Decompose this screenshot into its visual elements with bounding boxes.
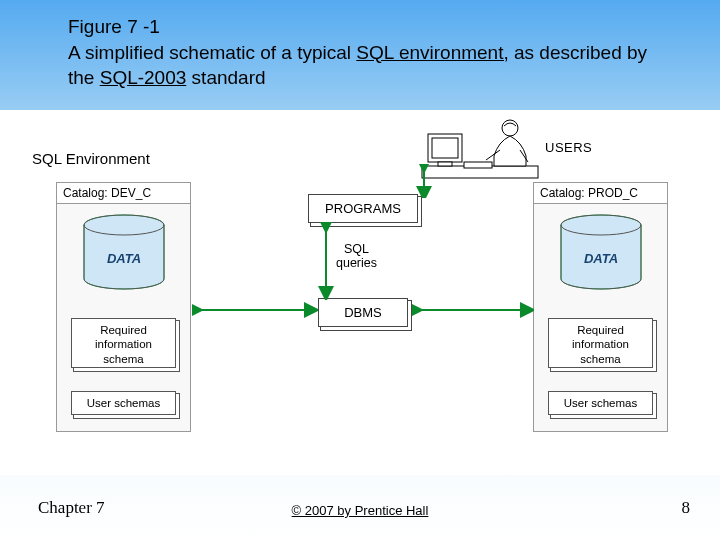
user-schemas-box: User schemas <box>548 391 653 415</box>
arrow-dbms-right <box>412 302 534 318</box>
svg-rect-3 <box>438 162 452 166</box>
data-cylinder-icon: DATA <box>79 213 169 293</box>
sql-queries-label: SQL queries <box>336 242 377 271</box>
user-schemas-box: User schemas <box>71 391 176 415</box>
arrow-user-programs <box>415 164 433 198</box>
figure-title: Figure 7 -1 A simplified schematic of a … <box>68 14 660 91</box>
dbms-box: DBMS <box>318 298 408 327</box>
svg-rect-4 <box>464 162 492 168</box>
page-number: 8 <box>682 498 691 518</box>
figure-number: Figure 7 -1 <box>68 16 160 37</box>
user-computer-illustration <box>420 116 540 181</box>
catalog-dev-header: Catalog: DEV_C <box>57 183 190 204</box>
catalog-prod: Catalog: PROD_C DATA Required informatio… <box>533 182 668 432</box>
catalog-prod-header: Catalog: PROD_C <box>534 183 667 204</box>
svg-point-5 <box>502 120 518 136</box>
data-label: DATA <box>556 251 646 266</box>
svg-rect-2 <box>432 138 458 158</box>
arrow-dbms-left <box>192 302 318 318</box>
footer-copyright: © 2007 by Prentice Hall <box>0 503 720 518</box>
data-cylinder-icon: DATA <box>556 213 646 293</box>
required-schema-box: Required information schema <box>71 318 176 368</box>
programs-box: PROGRAMS <box>308 194 418 223</box>
required-schema-box: Required information schema <box>548 318 653 368</box>
diagram-canvas: SQL Environment USERS PROGRAMS SQL queri… <box>0 110 720 475</box>
arrow-programs-dbms <box>318 222 334 300</box>
users-label: USERS <box>545 140 592 155</box>
data-label: DATA <box>79 251 169 266</box>
sql-environment-label: SQL Environment <box>32 150 150 167</box>
catalog-dev: Catalog: DEV_C DATA Required information… <box>56 182 191 432</box>
